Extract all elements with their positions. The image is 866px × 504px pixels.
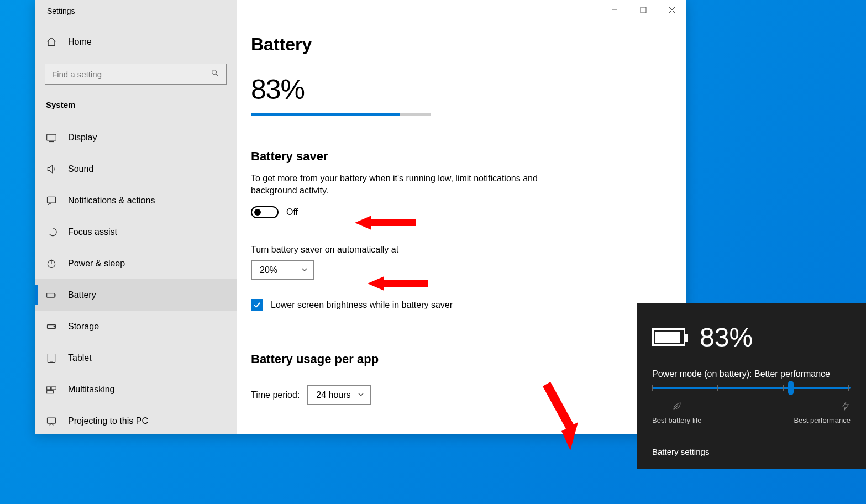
lower-brightness-row: Lower screen brightness while in battery… <box>251 299 672 352</box>
slider-thumb[interactable] <box>788 381 794 395</box>
time-period-value: 24 hours <box>316 390 350 400</box>
notifications-icon <box>46 195 57 206</box>
sidebar-item-label: Display <box>68 133 97 143</box>
flyout-battery-percentage: 83% <box>700 322 753 353</box>
sidebar-item-focus-assist[interactable]: Focus assist <box>35 216 237 248</box>
battery-icon-fill <box>655 332 680 343</box>
battery-icon <box>652 328 685 346</box>
power-mode-label: Power mode (on battery): Better performa… <box>652 359 851 387</box>
toggle-knob <box>254 209 261 216</box>
svg-rect-18 <box>641 7 646 13</box>
slider-left-label: Best battery life <box>652 416 702 424</box>
search-box[interactable] <box>45 64 227 85</box>
sidebar-item-storage[interactable]: Storage <box>35 311 237 342</box>
storage-icon <box>46 321 57 332</box>
power-mode-slider[interactable] <box>652 387 851 389</box>
battery-saver-toggle[interactable] <box>251 206 279 218</box>
svg-rect-7 <box>47 293 55 297</box>
battery-progress-fill <box>251 113 400 116</box>
svg-rect-15 <box>47 390 54 393</box>
sidebar-item-projecting[interactable]: Projecting to this PC <box>35 405 237 434</box>
sidebar-item-label: Power & sleep <box>68 259 125 269</box>
sidebar-item-tablet[interactable]: Tablet <box>35 342 237 374</box>
sidebar-item-label: Focus assist <box>68 227 117 237</box>
svg-point-0 <box>212 70 217 75</box>
sidebar-item-label: Tablet <box>68 353 92 363</box>
search-input[interactable] <box>52 70 195 79</box>
battery-saver-description: To get more from your battery when it's … <box>251 172 549 206</box>
sidebar-item-notifications[interactable]: Notifications & actions <box>35 185 237 216</box>
battery-icon <box>46 290 57 301</box>
sidebar-item-label: Multitasking <box>68 385 114 395</box>
sidebar-item-display[interactable]: Display <box>35 122 237 153</box>
sidebar-item-label: Projecting to this PC <box>68 416 148 426</box>
lower-brightness-checkbox[interactable] <box>251 299 263 311</box>
bolt-icon <box>841 401 851 413</box>
close-button[interactable] <box>658 0 686 20</box>
sidebar-item-label: Battery <box>68 290 96 300</box>
battery-usage-heading: Battery usage per app <box>251 352 672 375</box>
svg-rect-16 <box>48 418 56 423</box>
slider-end-labels: Best battery life Best performance <box>652 389 851 424</box>
flyout-header: 83% <box>652 315 851 359</box>
minimize-button[interactable] <box>600 0 629 20</box>
slider-left-end: Best battery life <box>652 401 702 424</box>
sidebar-item-label: Sound <box>68 164 93 174</box>
battery-saver-heading: Battery saver <box>251 149 672 172</box>
maximize-button[interactable] <box>629 0 658 20</box>
leaf-icon <box>672 401 682 413</box>
projecting-icon <box>46 416 57 427</box>
svg-rect-2 <box>47 134 56 140</box>
home-icon <box>46 36 57 48</box>
sidebar-item-power-sleep[interactable]: Power & sleep <box>35 248 237 279</box>
category-label: System <box>35 95 237 122</box>
display-icon <box>46 132 57 143</box>
app-title: Settings <box>35 0 237 29</box>
battery-flyout: 83% Power mode (on battery): Better perf… <box>637 303 866 469</box>
chevron-down-icon <box>301 265 308 275</box>
slider-right-label: Best performance <box>794 416 851 424</box>
time-period-label: Time period: <box>251 390 300 400</box>
main-content: Battery 83% Battery saver To get more fr… <box>237 0 686 434</box>
focus-assist-icon <box>46 227 57 238</box>
svg-rect-4 <box>48 197 56 203</box>
time-period-row: Time period: 24 hours <box>251 375 672 405</box>
auto-on-value: 20% <box>260 265 277 275</box>
auto-on-label: Turn battery saver on automatically at <box>251 245 672 260</box>
svg-rect-13 <box>47 387 51 390</box>
sidebar: Settings Home System Display Sound <box>35 0 237 434</box>
window-controls <box>600 0 686 20</box>
battery-saver-toggle-row: Off <box>251 206 672 245</box>
sidebar-item-multitasking[interactable]: Multitasking <box>35 374 237 405</box>
svg-rect-14 <box>51 387 56 390</box>
search-icon <box>211 69 219 80</box>
svg-point-10 <box>54 326 55 327</box>
lower-brightness-label: Lower screen brightness while in battery… <box>271 300 453 310</box>
home-label: Home <box>68 37 92 47</box>
settings-window: Settings Home System Display Sound <box>35 0 686 434</box>
battery-percentage: 83% <box>251 74 672 106</box>
sound-icon <box>46 164 57 175</box>
home-button[interactable]: Home <box>35 29 237 55</box>
time-period-select[interactable]: 24 hours <box>307 385 371 405</box>
chevron-down-icon <box>358 390 364 400</box>
battery-progress-bar <box>251 113 431 116</box>
tablet-icon <box>46 353 57 364</box>
svg-rect-8 <box>55 295 56 296</box>
nav-list: Display Sound Notifications & actions Fo… <box>35 122 237 434</box>
battery-saver-toggle-state: Off <box>286 207 298 217</box>
power-icon <box>46 258 57 269</box>
sidebar-item-sound[interactable]: Sound <box>35 153 237 185</box>
sidebar-item-label: Storage <box>68 322 99 332</box>
sidebar-item-label: Notifications & actions <box>68 196 155 206</box>
sidebar-item-battery[interactable]: Battery <box>35 279 237 311</box>
multitasking-icon <box>46 384 57 395</box>
auto-on-select[interactable]: 20% <box>251 260 314 280</box>
battery-settings-link[interactable]: Battery settings <box>652 447 709 456</box>
svg-line-1 <box>216 74 218 76</box>
slider-right-end: Best performance <box>794 401 851 424</box>
